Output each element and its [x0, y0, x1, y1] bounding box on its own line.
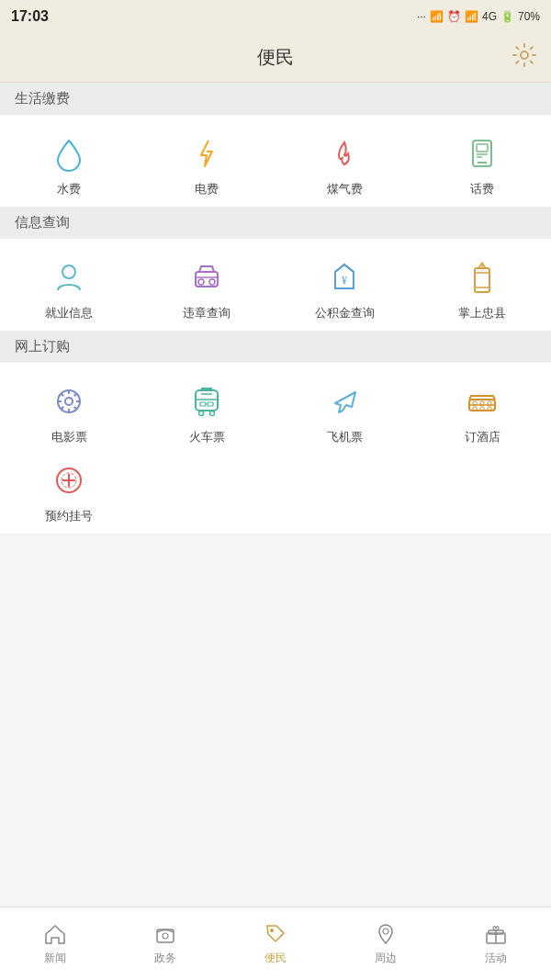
bottom-navigation: 新闻 政务 便民 周边	[0, 907, 551, 980]
county-icon	[462, 257, 502, 298]
service-hotel[interactable]: 订酒店	[413, 381, 551, 445]
hotel-icon	[462, 381, 502, 422]
svg-line-23	[74, 407, 77, 410]
gas-icon	[324, 133, 365, 174]
nav-activity[interactable]: 活动	[441, 907, 551, 980]
appointment-icon	[49, 460, 89, 501]
nav-nearby[interactable]: 周边	[331, 907, 441, 980]
svg-point-9	[209, 279, 215, 285]
section-online-shop-header: 网上订购	[0, 331, 551, 363]
svg-line-24	[74, 394, 77, 397]
nav-gov[interactable]: 政务	[110, 907, 220, 980]
service-flight[interactable]: 飞机票	[276, 381, 413, 445]
svg-point-28	[199, 411, 204, 416]
movie-icon	[49, 381, 89, 422]
svg-point-17	[65, 398, 73, 405]
svg-point-6	[62, 265, 75, 278]
status-icons: ··· 📶 ⏰ 📶 4G 🔋 70%	[417, 10, 540, 23]
section-info-query-grid: 就业信息 违章查询 ¥	[0, 239, 551, 331]
svg-text:¥: ¥	[342, 274, 347, 287]
svg-point-52	[383, 929, 388, 934]
app-header: 便民	[0, 33, 551, 83]
service-job[interactable]: 就业信息	[0, 257, 138, 321]
section-life-payment-header: 生活缴费	[0, 83, 551, 115]
service-train[interactable]: 火车票	[138, 381, 276, 445]
flight-icon	[324, 381, 365, 422]
status-bar: 17:03 ··· 📶 ⏰ 📶 4G 🔋 70%	[0, 0, 551, 33]
svg-point-51	[270, 929, 274, 932]
electricity-icon	[186, 133, 227, 174]
page-title: 便民	[257, 45, 294, 70]
tag-icon	[263, 921, 288, 947]
service-movie[interactable]: 电影票	[0, 381, 138, 445]
service-gas[interactable]: 煤气费	[276, 133, 413, 197]
nav-news[interactable]: 新闻	[0, 907, 110, 980]
svg-point-50	[163, 933, 168, 939]
service-traffic[interactable]: 违章查询	[138, 257, 276, 321]
section-info-query-header: 信息查询	[0, 207, 551, 239]
service-county[interactable]: 掌上忠县	[413, 257, 551, 321]
fund-icon: ¥	[324, 257, 365, 298]
service-phone[interactable]: 话费	[413, 133, 551, 197]
svg-rect-33	[200, 402, 206, 406]
service-appointment[interactable]: 预约挂号	[0, 460, 138, 524]
train-icon	[186, 381, 227, 422]
service-electricity[interactable]: 电费	[138, 133, 276, 197]
svg-point-8	[198, 279, 204, 285]
home-icon	[42, 921, 68, 947]
nav-service[interactable]: 便民	[220, 907, 331, 980]
svg-point-29	[210, 411, 215, 416]
svg-rect-34	[208, 402, 213, 406]
svg-rect-12	[475, 268, 489, 292]
gift-icon	[483, 921, 509, 947]
phone-icon	[462, 133, 502, 174]
traffic-icon	[186, 257, 227, 298]
svg-rect-3	[477, 144, 488, 152]
service-fund[interactable]: ¥ 公积金查询	[276, 257, 413, 321]
settings-icon[interactable]	[512, 43, 536, 73]
water-icon	[49, 133, 89, 174]
section-life-payment-grid: 水费 电费 煤气费	[0, 115, 551, 207]
section-online-shop-grid: 电影票 火车票	[0, 363, 551, 534]
svg-line-22	[62, 394, 64, 397]
svg-line-25	[62, 407, 64, 410]
location-icon	[373, 921, 399, 947]
job-icon	[49, 257, 89, 298]
svg-point-0	[521, 51, 528, 59]
service-water[interactable]: 水费	[0, 133, 138, 197]
gov-icon	[152, 921, 178, 947]
status-time: 17:03	[11, 8, 49, 25]
